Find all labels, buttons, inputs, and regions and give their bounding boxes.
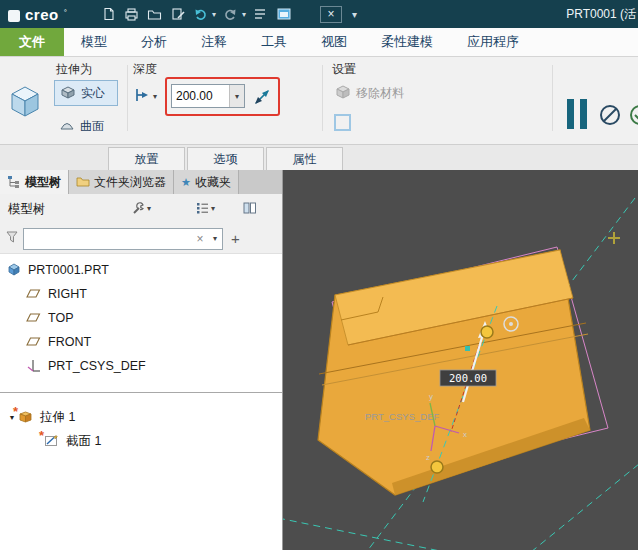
print-icon[interactable] xyxy=(124,6,140,22)
tree-row-right-plane[interactable]: RIGHT xyxy=(0,282,282,306)
redo-dropdown-icon[interactable]: ▾ xyxy=(242,10,246,19)
tree-columns-button[interactable] xyxy=(243,202,257,214)
tab-analysis[interactable]: 分析 xyxy=(124,28,184,56)
tree-label-front: FRONT xyxy=(48,335,91,349)
tree-search-input[interactable] xyxy=(24,232,192,246)
part-icon xyxy=(6,262,22,278)
regenerate-list-icon[interactable] xyxy=(253,6,269,22)
creo-logo: creo ° xyxy=(8,6,67,23)
csys-icon xyxy=(26,358,42,374)
undo-icon[interactable] xyxy=(193,6,209,22)
handle-origin-dot xyxy=(465,346,470,351)
redo-icon[interactable] xyxy=(223,6,239,22)
tab-flexible-modeling[interactable]: 柔性建模 xyxy=(364,28,450,56)
clear-search-icon[interactable]: × xyxy=(192,232,208,246)
ok-button[interactable] xyxy=(628,103,638,130)
edit-doc-icon[interactable] xyxy=(170,6,186,22)
remove-material-button[interactable]: 移除材料 xyxy=(330,80,409,106)
tree-label-top: TOP xyxy=(48,311,73,325)
tab-model[interactable]: 模型 xyxy=(64,28,124,56)
pause-button[interactable] xyxy=(567,99,595,129)
depth-value-dropdown-icon[interactable]: ▾ xyxy=(229,85,244,107)
model-tree-icon xyxy=(7,174,21,191)
titlebar-chevron-down-icon[interactable]: ▾ xyxy=(352,9,357,20)
tree-row-front-plane[interactable]: FRONT xyxy=(0,330,282,354)
datum-plane-icon xyxy=(26,286,42,302)
tab-favorites[interactable]: ★ 收藏夹 xyxy=(174,170,239,194)
new-file-icon[interactable] xyxy=(101,6,117,22)
depth-value-input[interactable] xyxy=(172,85,229,107)
tab-file[interactable]: 文件 xyxy=(0,28,64,56)
tab-annotate[interactable]: 注释 xyxy=(184,28,244,56)
remove-material-label: 移除材料 xyxy=(356,85,404,102)
extrude-feature-icon xyxy=(6,81,44,124)
depth-dimension-label[interactable]: 200.00 xyxy=(440,370,496,386)
title-bar: creo ° ▾ ▾ xyxy=(0,0,638,28)
extrude-as-label: 拉伸为 xyxy=(56,61,92,78)
model-tree-header: 模型树 ▾ ▾ xyxy=(0,194,282,224)
depth-drag-handle[interactable] xyxy=(481,326,493,338)
tree-filters-dropdown-icon: ▾ xyxy=(211,204,215,213)
tab-folder-browser[interactable]: 文件夹浏览器 xyxy=(69,170,174,194)
graphics-area[interactable]: 200.00 PRT_CSYS_DEF y x z xyxy=(283,170,638,550)
folder-browser-tab-label: 文件夹浏览器 xyxy=(94,174,166,191)
tree-label-extrude: 拉伸 1 xyxy=(40,409,75,426)
surface-label: 曲面 xyxy=(80,118,104,135)
creo-window: creo ° ▾ ▾ xyxy=(0,0,638,550)
datum-plane-icon xyxy=(26,334,42,350)
close-window-icon[interactable]: × xyxy=(320,6,342,23)
tab-view[interactable]: 视图 xyxy=(304,28,364,56)
model-tree-tab-label: 模型树 xyxy=(25,174,61,191)
favorites-icon: ★ xyxy=(181,176,191,189)
csys-label[interactable]: PRT_CSYS_DEF xyxy=(365,411,439,422)
tab-model-tree[interactable]: 模型树 xyxy=(0,170,69,194)
search-dropdown-icon[interactable]: ▾ xyxy=(208,234,222,243)
tab-properties[interactable]: 属性 xyxy=(266,147,343,170)
add-filter-icon[interactable]: + xyxy=(231,230,240,247)
depth-blind-icon xyxy=(133,87,151,106)
open-folder-icon[interactable] xyxy=(147,6,163,22)
creo-logo-text: creo xyxy=(25,6,59,23)
solid-button[interactable]: 实心 xyxy=(54,80,118,106)
tab-tools[interactable]: 工具 xyxy=(244,28,304,56)
no-preview-button[interactable] xyxy=(598,103,622,130)
depth-drag-handle-2[interactable] xyxy=(431,461,443,473)
tree-row-extrude[interactable]: ▼ * 拉伸 1 xyxy=(0,405,282,429)
tree-label-right: RIGHT xyxy=(48,287,87,301)
tab-options[interactable]: 选项 xyxy=(187,147,264,170)
model-tree: PRT0001.PRT RIGHT TOP FRONT xyxy=(0,254,282,453)
navigator-tabs: 模型树 文件夹浏览器 ★ 收藏夹 xyxy=(0,170,282,194)
sketch-icon: * xyxy=(44,433,60,449)
tree-filters-button[interactable]: ▾ xyxy=(196,202,215,214)
tree-label-section: 截面 1 xyxy=(66,433,101,450)
flip-direction-button[interactable] xyxy=(250,85,274,108)
tree-row-csys[interactable]: PRT_CSYS_DEF xyxy=(0,354,282,378)
settings-label: 设置 xyxy=(332,61,356,78)
depth-type-button[interactable]: ▾ xyxy=(131,83,167,109)
tree-insert-locator[interactable] xyxy=(0,392,282,393)
depth-type-dropdown-icon: ▾ xyxy=(153,92,157,101)
tab-applications[interactable]: 应用程序 xyxy=(450,28,536,56)
extrude-dashboard: 拉伸为 实心 曲面 深度 ▾ ▾ xyxy=(0,57,638,144)
thicken-sketch-icon[interactable] xyxy=(334,114,351,131)
window-icon[interactable] xyxy=(276,6,292,22)
favorites-tab-label: 收藏夹 xyxy=(195,174,231,191)
svg-text:z: z xyxy=(426,453,430,462)
centerline-bottom-left xyxy=(283,518,445,550)
dashboard-panel-tabs: 放置 选项 属性 xyxy=(0,144,638,170)
tree-search-box: × ▾ xyxy=(23,228,223,250)
tree-row-part[interactable]: PRT0001.PRT xyxy=(0,258,282,282)
extrude-icon: * xyxy=(18,409,34,425)
tree-tools-button[interactable]: ▾ xyxy=(132,202,151,215)
creo-logo-icon xyxy=(8,10,20,22)
svg-text:x: x xyxy=(463,430,467,439)
folder-icon xyxy=(76,175,90,190)
surface-button[interactable]: 曲面 xyxy=(54,113,118,139)
tree-row-top-plane[interactable]: TOP xyxy=(0,306,282,330)
tree-filter-row: × ▾ + xyxy=(0,224,282,254)
undo-dropdown-icon[interactable]: ▾ xyxy=(212,10,216,19)
tab-placement[interactable]: 放置 xyxy=(108,147,185,170)
tree-row-section[interactable]: * 截面 1 xyxy=(0,429,282,453)
surface-icon xyxy=(59,118,75,135)
tree-label-part: PRT0001.PRT xyxy=(28,263,109,277)
